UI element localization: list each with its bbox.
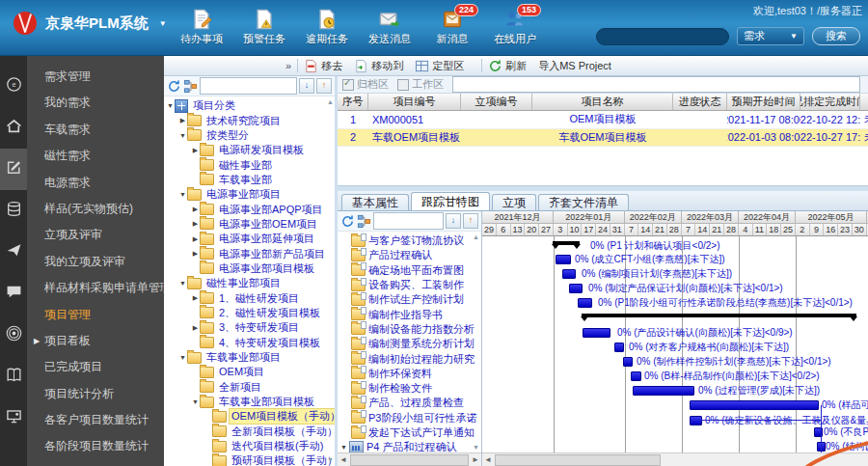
gantt-expand-all-button[interactable]: ↓ <box>446 213 461 229</box>
sidebar-item-8[interactable]: 样品材料采购申请单管理 <box>27 275 164 301</box>
gantt-task-bar[interactable] <box>633 386 694 396</box>
app-logo[interactable]: 京泉华PLM系统 ▼ <box>14 12 167 35</box>
tab-3[interactable]: 齐套文件清单 <box>538 194 629 210</box>
sidebar-item-13[interactable]: 各客户项目数量统计 <box>27 407 164 433</box>
rail-app-logo-button[interactable]: e <box>0 66 27 107</box>
expander-open-icon[interactable]: ▼ <box>340 444 347 451</box>
expander-closed-icon[interactable]: ▶ <box>191 206 200 213</box>
column-header[interactable]: 进度状态 <box>673 94 727 110</box>
gantt-task-row[interactable]: 编制设备能力指数分析 <box>338 322 481 337</box>
tree-node[interactable]: ▶电源事业部OEM项目 <box>164 217 335 232</box>
tab-2[interactable]: 立项 <box>492 194 536 210</box>
sidebar-item-3[interactable]: 磁性需求 <box>27 143 164 169</box>
tree-scroll-up-arrow[interactable]: ▲ <box>327 98 334 105</box>
rail-home-button[interactable] <box>0 107 27 149</box>
archive-checkbox[interactable] <box>342 79 354 91</box>
column-header[interactable]: 序号 <box>338 94 368 110</box>
tree-node[interactable]: ▼项目分类 <box>164 98 335 113</box>
tree-refresh-icon[interactable] <box>167 79 181 94</box>
expander-closed-icon[interactable]: ▶ <box>191 324 200 332</box>
gantt-org-icon[interactable] <box>357 214 371 229</box>
filter-input[interactable] <box>452 76 860 93</box>
tree-org-icon[interactable] <box>183 79 198 94</box>
gantt-task-row[interactable]: 确定场地平面布置图 <box>338 263 481 278</box>
sidebar-item-7[interactable]: 我的立项及评审 <box>27 249 164 275</box>
table-row[interactable]: 2车载OEM项目模板车载OEM项目模板2022-01-03 08:002022-… <box>338 129 868 148</box>
task-scroll-up-arrow[interactable]: ▲ <box>473 233 479 240</box>
tree-node[interactable]: ▼按类型分 <box>164 128 335 143</box>
expander-closed-icon[interactable]: ▶ <box>191 235 200 243</box>
sidebar-item-5[interactable]: 样品(无实物预估) <box>27 196 164 222</box>
gantt-task-row[interactable]: 产品过程确认 <box>338 248 481 262</box>
scroll-left-arrow[interactable]: ◄ <box>338 455 349 464</box>
tree-node[interactable]: ▼磁性事业部项目 <box>164 276 335 290</box>
expander-open-icon[interactable]: ▼ <box>178 354 187 361</box>
sidebar-item-11[interactable]: 已完成项目 <box>27 354 164 380</box>
tree-search-input[interactable] <box>200 77 297 95</box>
sidebar-item-10[interactable]: ▶项目看板 <box>27 328 164 354</box>
menu-item-todo[interactable]: 待办事项 <box>172 9 231 46</box>
column-header[interactable]: 项目名称 <box>532 94 673 110</box>
rail-workstation-button[interactable] <box>0 397 27 439</box>
expander-open-icon[interactable]: ▼ <box>178 191 187 198</box>
expander-closed-icon[interactable]: ▶ <box>178 117 187 124</box>
gantt-task-row[interactable]: 产品、过程质量检查 <box>338 396 481 410</box>
collapse-all-button[interactable]: ↑ <box>316 78 332 94</box>
tree-node[interactable]: 全新项目模板（手动） <box>164 425 335 439</box>
rail-chat-button[interactable] <box>0 273 27 315</box>
scroll-left-arrow[interactable]: ◄ <box>482 455 494 464</box>
gantt-task-bar[interactable] <box>690 416 702 425</box>
tree-node[interactable]: ▶1、磁性研发项目 <box>164 290 335 305</box>
tree-node[interactable]: ▶电源事业部延伸项目 <box>164 232 335 246</box>
gantt-task-row[interactable]: 编制作业指导书 <box>338 307 481 321</box>
gantt-task-bar[interactable] <box>623 357 633 367</box>
gantt-task-bar[interactable] <box>562 269 576 279</box>
rail-send-button[interactable] <box>0 232 27 273</box>
tree-node[interactable]: ▶技术研究院项目 <box>164 113 335 127</box>
rail-edit-button[interactable] <box>0 149 27 190</box>
gantt-summary-bar[interactable] <box>553 241 580 245</box>
column-header[interactable]: 已排定完成时间 <box>800 94 860 110</box>
tree-node[interactable]: ▼车载事业部项目 <box>164 350 335 365</box>
tree-node[interactable]: ▼电源事业部项目 <box>164 187 335 202</box>
tree-node[interactable]: 全新项目 <box>164 380 335 395</box>
tree-node[interactable]: 车载事业部 <box>164 173 335 187</box>
expander-closed-icon[interactable]: ▶ <box>191 250 200 258</box>
gantt-task-bar[interactable] <box>556 255 571 264</box>
expander-open-icon[interactable]: ▼ <box>178 280 187 287</box>
gantt-refresh-icon[interactable] <box>340 214 355 229</box>
gantt-task-bar[interactable] <box>690 400 819 410</box>
search-button[interactable]: 搜索 <box>812 27 860 45</box>
tab-1[interactable]: 跟踪甘特图 <box>411 192 490 210</box>
task-scroll-down-arrow[interactable]: ▼ <box>473 444 479 451</box>
expander-closed-icon[interactable]: ▶ <box>191 147 200 154</box>
gantt-task-row[interactable]: 制作检验文件 <box>338 381 481 396</box>
expander-open-icon[interactable]: ▼ <box>166 102 175 109</box>
gantt-task-row[interactable]: ▼P4 产品和过程确认 <box>338 440 481 452</box>
rail-broadcast-button[interactable] <box>0 315 27 356</box>
gantt-task-row[interactable]: 设备购买、工装制作 <box>338 278 481 292</box>
menu-item-online-users[interactable]: 在线用户153 <box>485 9 545 46</box>
expander-open-icon[interactable]: ▼ <box>191 398 200 405</box>
expander-closed-icon[interactable]: ▶ <box>191 294 200 302</box>
gantt-summary-bar[interactable] <box>582 314 856 317</box>
menu-item-overdue-task[interactable]: 逾期任务 <box>297 9 357 46</box>
tab-0[interactable]: 基本属性 <box>341 194 409 210</box>
gantt-search-input[interactable] <box>373 212 444 230</box>
collapse-tree-button[interactable]: » <box>285 60 291 71</box>
gantt-task-row[interactable]: 发起下达试产订单通知 <box>338 425 481 440</box>
import-msproject-button[interactable]: 导入MS Project <box>538 59 611 73</box>
sidebar-item-4[interactable]: 电源需求 <box>27 170 164 196</box>
refresh-button[interactable]: 刷新 <box>488 59 527 73</box>
scrollbar-thumb[interactable] <box>350 454 469 466</box>
menu-item-alert-task[interactable]: 预警任务 <box>234 9 294 46</box>
gantt-task-bar[interactable] <box>631 371 641 381</box>
column-header[interactable]: 预期开始时间 <box>727 94 800 110</box>
gantt-task-row[interactable]: 制作环保资料 <box>338 367 481 381</box>
tree-node[interactable]: 4、特变研发项目模板 <box>164 336 335 350</box>
sidebar-item-12[interactable]: 项目统计分析 <box>27 381 164 407</box>
fixed-zone-button[interactable]: 定型区 <box>415 59 464 73</box>
move-to-button[interactable]: 移动到 <box>354 59 403 73</box>
tree-node[interactable]: OEM项目模板（手动） <box>164 409 335 424</box>
tree-scroll-down-arrow[interactable]: ▼ <box>327 456 334 463</box>
